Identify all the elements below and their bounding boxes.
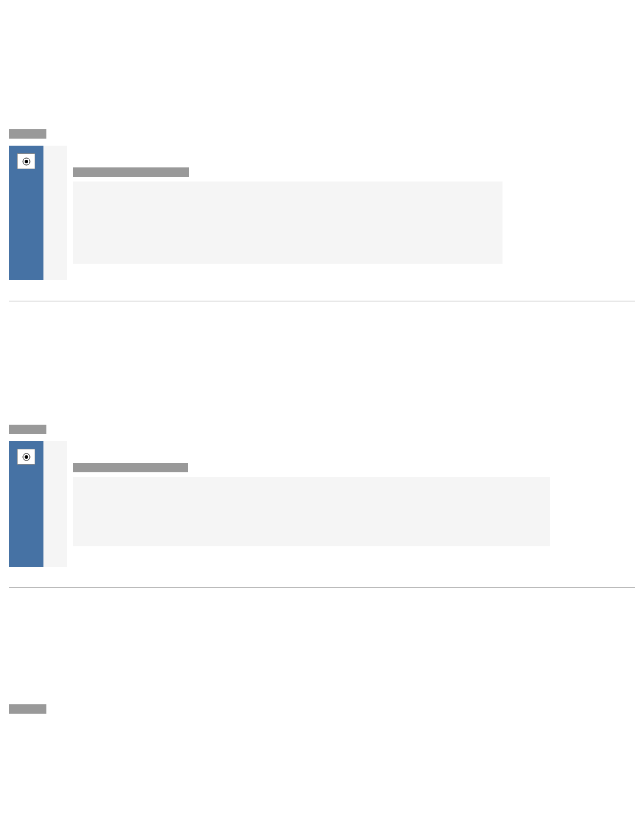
section-row — [9, 441, 635, 567]
content-panel — [73, 477, 550, 546]
sidebar-blue — [9, 441, 43, 567]
radio-option[interactable] — [17, 153, 35, 169]
section-3 — [9, 704, 635, 721]
section-label — [9, 129, 46, 139]
sidebar-light — [43, 146, 67, 280]
radio-option[interactable] — [17, 449, 35, 465]
top-spacer — [9, 9, 635, 129]
section-heading — [73, 167, 189, 177]
section-1 — [9, 129, 635, 280]
svg-point-3 — [25, 455, 28, 459]
sidebar-blue — [9, 146, 43, 280]
section-label — [9, 425, 46, 434]
radio-selected-icon — [22, 453, 31, 461]
section-heading — [73, 463, 188, 472]
content-panel — [73, 182, 503, 264]
section-2 — [9, 425, 635, 567]
main-content — [67, 146, 635, 280]
sidebar-light — [43, 441, 67, 567]
section-row — [9, 146, 635, 280]
mid-spacer — [9, 301, 635, 425]
radio-selected-icon — [22, 157, 31, 166]
main-content — [67, 441, 635, 567]
section-label — [9, 704, 46, 714]
svg-point-1 — [25, 160, 28, 163]
mid-spacer-2 — [9, 588, 635, 704]
